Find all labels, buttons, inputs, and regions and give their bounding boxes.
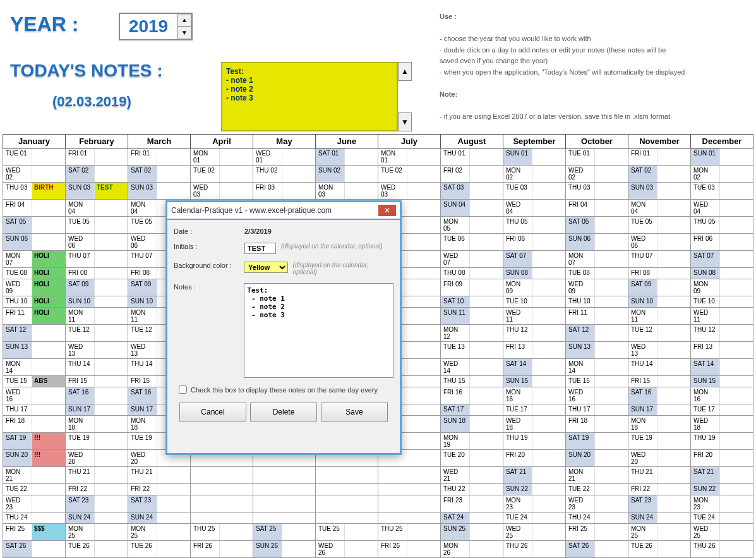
day-cell[interactable]: SAT 23	[66, 495, 128, 513]
day-cell[interactable]	[253, 484, 316, 495]
day-cell[interactable]: MON 02	[691, 166, 753, 183]
day-cell[interactable]: TUE 03	[691, 183, 753, 200]
day-cell[interactable]: THU 05	[691, 217, 753, 234]
day-cell[interactable]: FRI 18	[3, 416, 66, 433]
notes-scroll-down-icon[interactable]: ▼	[398, 112, 412, 131]
day-cell[interactable]: FRI 22	[628, 484, 691, 495]
day-cell[interactable]: FRI 13	[503, 342, 566, 359]
day-cell[interactable]: SAT 21	[503, 467, 566, 484]
day-cell[interactable]: TUE 26	[66, 541, 128, 558]
day-cell[interactable]: THU 01	[441, 149, 503, 166]
day-cell[interactable]: WED 04	[503, 200, 566, 217]
day-cell[interactable]: MON 07HOLI	[3, 251, 66, 268]
day-cell[interactable]: FRI 20	[691, 450, 753, 467]
day-cell[interactable]: WED 11	[691, 308, 753, 325]
day-cell[interactable]: TUE 05	[66, 217, 128, 234]
day-cell[interactable]	[378, 484, 441, 495]
day-cell[interactable]: TUE 20	[441, 450, 503, 467]
day-cell[interactable]: SAT 01	[316, 149, 378, 166]
day-cell[interactable]: WED 14	[441, 359, 503, 376]
day-cell[interactable]: THU 17	[3, 404, 66, 416]
day-cell[interactable]	[378, 467, 441, 484]
day-cell[interactable]: TUE 26	[128, 541, 191, 558]
day-cell[interactable]	[378, 495, 441, 513]
day-cell[interactable]: MON 02	[503, 166, 566, 183]
day-cell[interactable]: SUN 08	[691, 268, 753, 279]
day-cell[interactable]: THU 05	[503, 217, 566, 234]
day-cell[interactable]: SUN 01	[503, 149, 566, 166]
day-cell[interactable]: SUN 15	[691, 376, 753, 387]
day-cell[interactable]: TUE 05	[628, 217, 691, 234]
year-up-icon[interactable]: ▲	[177, 14, 191, 27]
day-cell[interactable]: MON 11	[66, 308, 128, 325]
day-cell[interactable]: TUE 24	[691, 513, 753, 524]
day-cell[interactable]: MON 25	[628, 524, 691, 541]
day-cell[interactable]: SUN 03TEST	[66, 183, 128, 200]
day-cell[interactable]: MON 14	[566, 359, 628, 376]
day-cell[interactable]	[191, 467, 253, 484]
year-input[interactable]	[120, 16, 177, 37]
dialog-notes-textarea[interactable]	[244, 283, 393, 378]
day-cell[interactable]: FRI 04	[566, 200, 628, 217]
day-cell[interactable]: FRI 09	[441, 279, 503, 296]
day-cell[interactable]: MON 04	[66, 200, 128, 217]
day-cell[interactable]: WED 09HOLI	[3, 279, 66, 296]
day-cell[interactable]: TUE 01	[566, 149, 628, 166]
day-cell[interactable]: SAT 14	[691, 359, 753, 376]
day-cell[interactable]: FRI 15	[628, 376, 691, 387]
day-cell[interactable]: MON 19	[441, 433, 503, 450]
day-cell[interactable]: TUE 15	[566, 376, 628, 387]
day-cell[interactable]: FRI 01	[628, 149, 691, 166]
day-cell[interactable]: FRI 15	[66, 376, 128, 387]
day-cell[interactable]: FRI 23	[441, 495, 503, 513]
day-cell[interactable]: TUE 02	[191, 166, 253, 183]
day-cell[interactable]: THU 25	[378, 524, 441, 541]
day-cell[interactable]: THU 22	[441, 484, 503, 495]
day-cell[interactable]: FRI 08	[628, 268, 691, 279]
day-cell[interactable]: THU 14	[628, 359, 691, 376]
day-cell[interactable]: MON 07	[566, 251, 628, 268]
day-cell[interactable]: FRI 06	[691, 234, 753, 251]
day-cell[interactable]: SAT 09	[66, 279, 128, 296]
day-cell[interactable]: FRI 08	[66, 268, 128, 279]
day-cell[interactable]: TUE 25	[316, 524, 378, 541]
day-cell[interactable]: FRI 01	[128, 149, 191, 166]
day-cell[interactable]: THU 03	[566, 183, 628, 200]
day-cell[interactable]: FRI 02	[441, 166, 503, 183]
day-cell[interactable]: SAT 16	[628, 387, 691, 404]
day-cell[interactable]: MON 05	[441, 217, 503, 234]
day-cell[interactable]: SUN 01	[691, 149, 753, 166]
day-cell[interactable]: THU 03BIRTH	[3, 183, 66, 200]
day-cell[interactable]: THU 26	[691, 541, 753, 558]
day-cell[interactable]: SUN 22	[691, 484, 753, 495]
day-cell[interactable]: MON 11	[628, 308, 691, 325]
day-cell[interactable]: SAT 21	[691, 467, 753, 484]
day-cell[interactable]: SAT 09	[628, 279, 691, 296]
day-cell[interactable]: SAT 25	[253, 524, 316, 541]
day-cell[interactable]: WED 07	[441, 251, 503, 268]
day-cell[interactable]: WED 09	[566, 279, 628, 296]
day-cell[interactable]: SAT 05	[3, 217, 66, 234]
day-cell[interactable]: TUE 03	[503, 183, 566, 200]
day-cell[interactable]: WED 23	[3, 495, 66, 513]
day-cell[interactable]: WED 23	[566, 495, 628, 513]
notes-scroll-up-icon[interactable]: ▲	[398, 62, 412, 81]
day-cell[interactable]: THU 08	[441, 268, 503, 279]
day-cell[interactable]: WED 16	[3, 387, 66, 404]
day-cell[interactable]: THU 12	[691, 325, 753, 342]
day-cell[interactable]: FRI 25	[566, 524, 628, 541]
day-cell[interactable]	[191, 484, 253, 495]
day-cell[interactable]: MON 26	[441, 541, 503, 558]
day-cell[interactable]: THU 12	[503, 325, 566, 342]
day-cell[interactable]	[253, 467, 316, 484]
day-cell[interactable]: WED 02	[566, 166, 628, 183]
day-cell[interactable]: SUN 06	[3, 234, 66, 251]
day-cell[interactable]: MON 12	[441, 325, 503, 342]
day-cell[interactable]: WED 18	[691, 416, 753, 433]
day-cell[interactable]: SUN 24	[128, 513, 191, 524]
day-cell[interactable]: MON 01	[378, 149, 441, 166]
day-cell[interactable]: WED 21	[441, 467, 503, 484]
day-cell[interactable]: FRI 26	[191, 541, 253, 558]
day-cell[interactable]: FRI 26	[378, 541, 441, 558]
save-button[interactable]: Save	[321, 403, 388, 422]
